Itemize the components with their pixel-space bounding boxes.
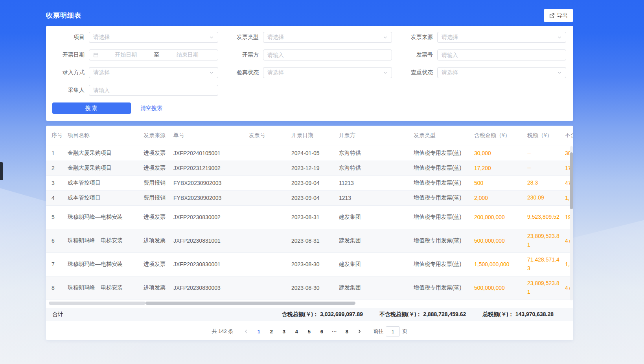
table-cell: 30,000 <box>474 146 527 161</box>
table-cell: 17,200 <box>474 161 527 176</box>
table-cell: 2024-01-05 <box>291 146 339 161</box>
table-cell: 进项发票 <box>144 252 173 276</box>
table-cell: 2 <box>46 161 68 176</box>
chevron-down-icon <box>209 70 214 75</box>
export-icon <box>549 13 555 18</box>
end-date-placeholder[interactable]: 结束日期 <box>161 51 214 59</box>
horizontal-scrollbar[interactable] <box>48 302 572 305</box>
table-cell: 增值税专用发票(蓝) <box>414 252 474 276</box>
table-cell: 2023-09-04 <box>291 176 339 190</box>
page-button-5[interactable]: 5 <box>304 326 314 337</box>
invoice-source-select[interactable]: 请选择 <box>437 32 566 43</box>
table-cell <box>249 229 291 252</box>
entry-method-label: 录入方式 <box>46 69 85 76</box>
page-button-2[interactable]: 2 <box>266 326 276 337</box>
table-cell: JXFP20231219002 <box>173 161 249 176</box>
table-cell: -- <box>527 146 565 161</box>
table-row: 2金融大厦采购项目进项发票JXFP202312190022023-12-19东海… <box>46 161 573 176</box>
table-cell: 进项发票 <box>144 161 173 176</box>
table-cell: 增值税专用发票(蓝) <box>414 229 474 252</box>
page-button-6[interactable]: 6 <box>316 326 327 337</box>
page-ellipsis[interactable]: ··· <box>329 326 339 337</box>
issuer-input[interactable] <box>263 49 392 60</box>
table-cell: 2023-12-19 <box>291 161 339 176</box>
export-button[interactable]: 导出 <box>544 9 573 22</box>
table-cell: 2023-09-04 <box>291 190 339 205</box>
table-cell <box>249 276 291 300</box>
invoice-no-input[interactable] <box>437 49 566 60</box>
table-cell: 2023-08-30 <box>291 252 339 276</box>
table-header-row: 序号 项目名称 发票来源 单号 发票号 开票日期 开票方 发票类型 含税金额（¥… <box>46 126 573 146</box>
clear-search-button[interactable]: 清空搜索 <box>140 105 162 112</box>
table-cell: 增值税专用发票(蓝) <box>414 176 474 190</box>
vertical-scrollbar[interactable] <box>570 146 573 300</box>
table-row: 8珠穆朗玛峰—电梯安装进项发票JXFP202308300032023-08-30… <box>46 276 573 300</box>
table-cell: JXFP20230830003 <box>173 276 249 300</box>
table-cell: 建发集团 <box>339 229 414 252</box>
table-cell: 东海特供 <box>339 146 414 161</box>
table-cell: 500,000,000 <box>474 229 527 252</box>
page-button-4[interactable]: 4 <box>291 326 302 337</box>
goto-page-input[interactable] <box>386 326 400 337</box>
table-cell: 2,000 <box>474 190 527 205</box>
invoice-date-label: 开票日期 <box>46 51 85 59</box>
collector-label: 采集人 <box>46 87 85 94</box>
page-button-1[interactable]: 1 <box>254 326 264 337</box>
table-cell: 增值税专用发票(蓝) <box>414 146 474 161</box>
table-cell: 1,500,000,000 <box>474 252 527 276</box>
page-button-8[interactable]: 8 <box>342 326 352 337</box>
table-cell: 6 <box>46 229 68 252</box>
invoice-type-select[interactable]: 请选择 <box>263 32 392 43</box>
table-cell: 进项发票 <box>144 146 173 161</box>
invoice-date-range-picker[interactable]: 开始日期 至 结束日期 <box>89 49 218 60</box>
chevron-right-icon <box>357 329 362 334</box>
table-cell: 珠穆朗玛峰—电梯安装 <box>68 252 144 276</box>
issuer-label: 开票方 <box>221 51 259 59</box>
table-cell: FYBX20230902003 <box>173 176 249 190</box>
table-cell: JXFP20230830002 <box>173 205 249 229</box>
project-select[interactable]: 请选择 <box>89 32 218 43</box>
verify-status-select[interactable]: 请选择 <box>263 67 392 78</box>
table-cell: 23,809,523.81 <box>527 276 565 300</box>
col-header: 发票来源 <box>144 126 173 146</box>
table-cell <box>249 146 291 161</box>
invoice-source-label: 发票来源 <box>395 34 433 41</box>
table-cell <box>249 161 291 176</box>
table-cell: 4 <box>46 190 68 205</box>
chevron-down-icon <box>383 70 388 75</box>
pagination-total: 共 142 条 <box>212 328 234 335</box>
table-cell: 成本管控项目 <box>68 176 144 190</box>
table-cell: 23,809,523.81 <box>527 229 565 252</box>
verify-status-label: 验真状态 <box>221 69 259 76</box>
search-button[interactable]: 搜索 <box>52 102 131 114</box>
table-cell <box>249 205 291 229</box>
chevron-down-icon <box>557 70 562 75</box>
table-cell: 11213 <box>339 176 414 190</box>
table-cell: 珠穆朗玛峰—电梯安装 <box>68 229 144 252</box>
invoice-table: 序号 项目名称 发票来源 单号 发票号 开票日期 开票方 发票类型 含税金额（¥… <box>46 126 573 300</box>
vertical-scrollbar-thumb[interactable] <box>570 152 573 209</box>
horizontal-scrollbar-thumb[interactable] <box>145 302 355 305</box>
horizontal-scrollbar-segment[interactable] <box>49 302 145 305</box>
dup-check-status-label: 查重状态 <box>395 69 433 76</box>
next-page-button[interactable] <box>354 326 364 337</box>
prev-page-button[interactable] <box>241 326 251 337</box>
table-row: 3成本管控项目费用报销FYBX202309020032023-09-041121… <box>46 176 573 190</box>
table-cell: 3 <box>46 176 68 190</box>
collector-input[interactable] <box>89 85 218 96</box>
table-row: 4成本管控项目费用报销FYBX202309020032023-09-041213… <box>46 190 573 205</box>
table-row: 1金融大厦采购项目进项发票JXFP202401050012024-01-05东海… <box>46 146 573 161</box>
table-cell: 8 <box>46 276 68 300</box>
start-date-placeholder[interactable]: 开始日期 <box>99 51 153 59</box>
entry-method-select[interactable]: 请选择 <box>89 67 218 78</box>
table-cell: JXFP20230831001 <box>173 229 249 252</box>
col-header: 税额（¥） <box>527 126 565 146</box>
table-cell: 进项发票 <box>144 276 173 300</box>
col-header: 不含税金额（¥） <box>565 126 573 146</box>
sidebar-collapsed-handle[interactable] <box>0 162 3 180</box>
col-header: 开票日期 <box>291 126 339 146</box>
table-cell: 费用报销 <box>144 190 173 205</box>
table-cell: 东海特供 <box>339 161 414 176</box>
page-button-3[interactable]: 3 <box>279 326 289 337</box>
dup-check-status-select[interactable]: 请选择 <box>437 67 566 78</box>
